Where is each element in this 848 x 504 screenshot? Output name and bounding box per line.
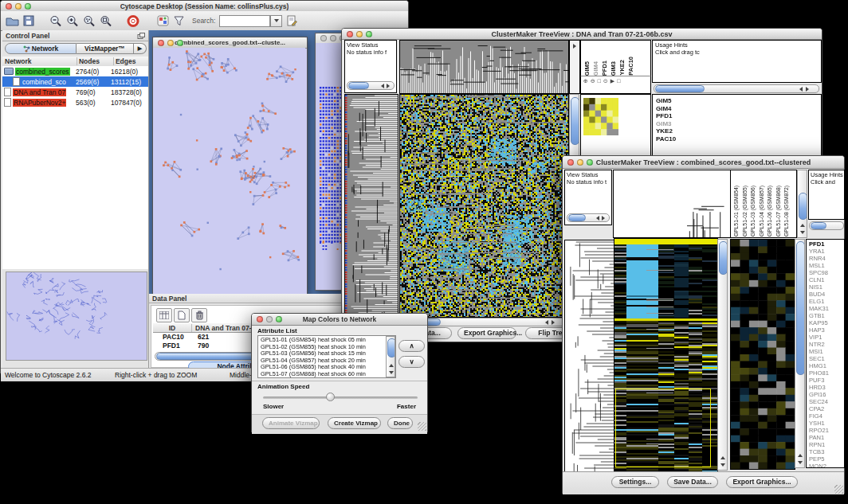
attribute-table-icon[interactable] <box>156 308 172 322</box>
gene-label[interactable]: YKE2 <box>656 127 676 135</box>
gene-label[interactable]: SEC24 <box>809 398 829 405</box>
main-titlebar[interactable]: Cytoscape Desktop (Session Name: collins… <box>1 1 408 12</box>
tab-overflow-button[interactable]: ▶ <box>134 43 147 54</box>
treeview1-titlebar[interactable]: ClusterMaker TreeView : DNA and Tran 07-… <box>342 29 822 40</box>
scrollbar-thumb[interactable] <box>719 241 728 275</box>
gene-label[interactable]: HRD3 <box>809 384 829 391</box>
mini-tool-icon[interactable]: ⊙ <box>603 76 608 86</box>
slider-thumb[interactable] <box>326 393 335 401</box>
treeview1-column-dendrogram[interactable] <box>399 40 569 94</box>
treeview2-global-heatmap[interactable] <box>614 238 718 472</box>
treeview2-row-dendrogram[interactable] <box>564 240 614 472</box>
gene-label[interactable]: PHO81 <box>809 369 829 377</box>
gene-label[interactable]: NIS1 <box>809 283 829 291</box>
gene-label[interactable]: NTR2 <box>809 341 829 348</box>
scroll-right-icon[interactable] <box>602 216 605 221</box>
gene-label[interactable]: MSI1 <box>809 348 829 355</box>
tab-vizmapper[interactable]: VizMapper™ <box>77 43 134 54</box>
scroll-up-icon[interactable] <box>720 456 725 459</box>
minimize-button[interactable] <box>330 35 336 41</box>
scroll-down-icon[interactable] <box>798 461 803 464</box>
treeview2-heatmap-vscrollbar[interactable] <box>717 239 728 471</box>
gene-label[interactable]: PEP5 <box>809 455 829 463</box>
gene-label[interactable]: KAP95 <box>809 319 829 326</box>
export-graphics-button[interactable]: Export Graphics... <box>726 476 798 488</box>
scroll-left-icon[interactable] <box>799 87 803 92</box>
export-graphics-button[interactable]: Export Graphics... <box>457 327 516 339</box>
attribute-item[interactable]: GPL51-07 (GSM868) heat shock 60 min <box>259 371 366 378</box>
usage-hints-hscrollbar[interactable] <box>654 84 819 93</box>
save-icon[interactable] <box>23 15 35 26</box>
column-label[interactable]: GIM4 <box>592 61 599 76</box>
vizmapper-icon[interactable] <box>157 15 169 26</box>
minimize-button[interactable] <box>266 316 273 322</box>
gene-label[interactable]: CLN1 <box>809 276 829 283</box>
gene-label[interactable]: YRA1 <box>809 248 829 255</box>
search-dropdown-button[interactable] <box>270 15 282 27</box>
network-table-row[interactable]: RNAPuberNov2+ 563(0) 107847(0) <box>2 97 148 107</box>
settings-button[interactable]: Settings... <box>611 476 659 488</box>
network-view-canvas[interactable] <box>153 48 305 292</box>
gene-label[interactable]: RPO21 <box>809 427 829 434</box>
animation-speed-slider[interactable] <box>263 397 418 399</box>
column-label[interactable]: GIM3 <box>610 61 617 76</box>
treeview2-genelist-vscrollbar[interactable] <box>795 239 805 468</box>
gene-label[interactable]: GIM5 <box>656 97 676 105</box>
column-label[interactable]: GPL51-08 (GSM872) <box>783 186 791 236</box>
zoom-button[interactable] <box>177 40 183 46</box>
column-label[interactable]: GPL51-02 (GSM855) <box>741 186 750 236</box>
view-status-hscrollbar[interactable] <box>347 81 395 90</box>
zoom-fit-icon[interactable] <box>100 15 112 27</box>
move-up-button[interactable]: ∧ <box>398 340 425 352</box>
filter-funnel-icon[interactable] <box>173 15 185 26</box>
scrollbar-thumb[interactable] <box>348 82 369 89</box>
gene-label[interactable]: GIM3 <box>656 120 676 128</box>
column-label[interactable]: GIM5 <box>583 61 591 76</box>
network-table-row[interactable]: DNA and Tran 07 769(0) 183728(0) <box>2 87 148 97</box>
gene-label[interactable]: BUD4 <box>809 291 829 298</box>
zoom-button[interactable] <box>276 316 282 322</box>
resize-grip[interactable] <box>418 422 426 431</box>
gene-label[interactable]: FIG4 <box>809 412 829 420</box>
close-button[interactable] <box>6 3 12 10</box>
new-attribute-icon[interactable] <box>174 308 190 322</box>
zoom-button[interactable] <box>25 3 31 10</box>
gene-label[interactable]: CPA2 <box>809 405 829 412</box>
scrollbar-thumb[interactable] <box>568 214 586 221</box>
gene-label[interactable]: PAN1 <box>809 434 829 441</box>
gene-label[interactable]: GPI16 <box>809 391 829 398</box>
treeview2-titlebar[interactable]: ClusterMaker TreeView : combined_scores_… <box>563 156 844 169</box>
tab-network[interactable]: Network <box>5 43 77 54</box>
mini-tool-icon[interactable]: ⊕ <box>583 76 588 86</box>
gene-label[interactable]: MSL1 <box>809 262 829 269</box>
zoom-in-icon[interactable] <box>66 15 79 27</box>
treeview1-scroll-strip[interactable] <box>569 40 580 94</box>
scroll-left-icon[interactable] <box>596 216 599 221</box>
close-button[interactable] <box>158 40 164 46</box>
resize-grip[interactable] <box>834 485 843 494</box>
treeview1-global-heatmap[interactable] <box>399 94 569 318</box>
gene-label[interactable]: PAC10 <box>656 135 676 143</box>
column-label[interactable]: GPL51-03 (GSM856) <box>749 186 758 236</box>
move-down-button[interactable]: ∨ <box>398 356 425 368</box>
treeview2-detail-heatmap[interactable] <box>730 239 795 470</box>
treeview1-detail-heatmap[interactable] <box>583 98 618 135</box>
zoom-button[interactable] <box>366 31 372 37</box>
gene-label[interactable]: MAK31 <box>809 305 829 312</box>
minimize-button[interactable] <box>15 3 22 10</box>
create-vizmap-button[interactable]: Create Vizmap <box>328 417 381 429</box>
column-label[interactable]: GPL51-01 (GSM854) <box>732 186 741 236</box>
treeview2-collabel-vscrollbar[interactable] <box>797 170 807 238</box>
scroll-right-icon[interactable] <box>806 87 809 92</box>
scroll-left-icon[interactable] <box>545 320 548 325</box>
column-label[interactable]: GPL51-04 (GSM857) <box>758 186 767 236</box>
gene-label[interactable]: ELG1 <box>809 298 829 305</box>
scroll-down-icon[interactable] <box>720 463 725 467</box>
gene-label[interactable]: PUF3 <box>809 377 829 384</box>
scroll-left-icon[interactable] <box>381 84 384 88</box>
mini-tool-icon[interactable]: ▶ <box>610 76 614 86</box>
scroll-up-icon[interactable] <box>800 224 805 227</box>
column-label[interactable]: GPL51-06 (GSM865) <box>766 186 775 236</box>
treeview2-column-dendrogram[interactable] <box>613 170 731 238</box>
scroll-down-icon[interactable] <box>800 231 805 234</box>
